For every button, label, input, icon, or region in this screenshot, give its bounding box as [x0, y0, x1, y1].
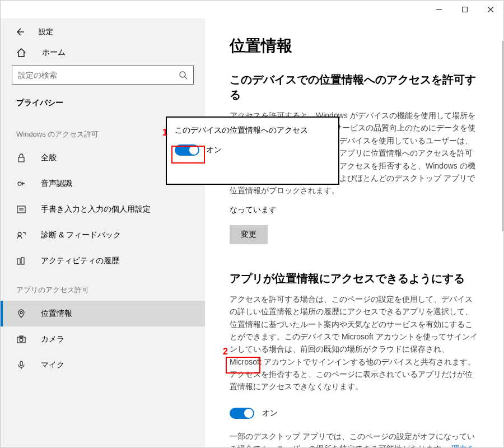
category-label: プライバシー	[1, 92, 205, 118]
svg-line-6	[185, 77, 187, 79]
section-header-apps: アプリのアクセス許可	[1, 274, 205, 301]
sidebar-item-label: 診断 & フィードバック	[41, 230, 121, 240]
annotation-box-1	[171, 146, 205, 164]
popup-title: このデバイスの位置情報へのアクセス	[175, 125, 330, 136]
location-icon	[16, 309, 26, 319]
section1-heading: このデバイスでの位置情報へのアクセスを許可する	[230, 72, 479, 102]
activity-icon	[16, 256, 26, 266]
svg-point-15	[20, 311, 22, 314]
maximize-button[interactable]	[452, 1, 478, 18]
minimize-button[interactable]	[426, 1, 452, 18]
scrollbar[interactable]	[502, 41, 503, 231]
sidebar-item-label: マイク	[41, 360, 64, 370]
svg-point-8	[18, 182, 21, 185]
sidebar-item-label: 手書き入力と入力の個人用設定	[41, 204, 151, 214]
svg-rect-1	[463, 7, 468, 12]
microphone-icon	[16, 360, 26, 370]
svg-point-17	[20, 338, 23, 342]
note-text: 一部のデスクトップ アプリでは、このページの設定がオフになっている場合でも、ユー…	[230, 432, 475, 447]
home-label: ホーム	[42, 48, 66, 58]
annotation-box-2	[226, 357, 260, 374]
section1-status: なっています	[230, 205, 479, 215]
page-title: 位置情報	[230, 35, 479, 57]
back-button[interactable]	[14, 26, 25, 38]
device-location-toggle-label: オン	[206, 145, 222, 155]
sidebar-item-activity[interactable]: アクティビティの履歴	[1, 248, 205, 274]
feedback-icon	[16, 230, 26, 240]
change-button[interactable]: 変更	[230, 225, 268, 244]
sidebar-item-location[interactable]: 位置情報	[1, 301, 205, 326]
apps-location-toggle-label: オン	[262, 408, 278, 418]
section2-body: アクセスを許可する場合は、このページの設定を使用して、デバイスの詳しい位置情報と…	[230, 293, 479, 393]
sidebar-item-label: 位置情報	[41, 309, 72, 319]
settings-window: 設定 ホーム プライバシー	[0, 0, 504, 448]
section2-heading: アプリが位置情報にアクセスできるようにする	[230, 271, 479, 286]
speech-icon	[16, 179, 26, 189]
close-button[interactable]	[478, 1, 503, 18]
sidebar-item-camera[interactable]: カメラ	[1, 326, 205, 352]
search-box[interactable]	[12, 66, 194, 85]
apps-location-toggle[interactable]	[230, 408, 254, 419]
titlebar	[1, 1, 503, 18]
inking-icon	[16, 204, 26, 214]
sidebar-item-microphone[interactable]: マイク	[1, 352, 205, 378]
search-icon	[179, 71, 188, 80]
content-pane: 位置情報 このデバイスでの位置情報へのアクセスを許可する アクセスを許可すると、…	[205, 18, 503, 447]
sidebar: 設定 ホーム プライバシー	[1, 18, 205, 447]
svg-rect-14	[21, 258, 24, 264]
svg-rect-9	[17, 206, 25, 213]
svg-rect-18	[20, 336, 23, 337]
search-input[interactable]	[18, 71, 179, 80]
annotation-2: 2	[223, 347, 228, 357]
lock-icon	[16, 153, 26, 163]
sidebar-item-inking[interactable]: 手書き入力と入力の個人用設定	[1, 197, 205, 222]
home-link[interactable]: ホーム	[1, 45, 205, 66]
sidebar-item-feedback[interactable]: 診断 & フィードバック	[1, 222, 205, 248]
home-icon	[16, 48, 26, 58]
svg-point-5	[180, 72, 185, 77]
camera-icon	[16, 334, 26, 344]
sidebar-item-label: 全般	[41, 153, 57, 163]
svg-rect-19	[20, 361, 22, 366]
window-title: 設定	[39, 27, 53, 37]
svg-point-12	[18, 232, 21, 236]
annotation-1: 1	[162, 128, 167, 138]
section2-note: 一部のデスクトップ アプリでは、このページの設定がオフになっている場合でも、ユー…	[230, 430, 479, 447]
sidebar-item-label: アクティビティの履歴	[41, 256, 119, 266]
svg-rect-13	[17, 259, 20, 264]
svg-rect-7	[18, 157, 24, 162]
sidebar-item-label: カメラ	[41, 334, 64, 344]
sidebar-item-label: 音声認識	[41, 179, 72, 189]
